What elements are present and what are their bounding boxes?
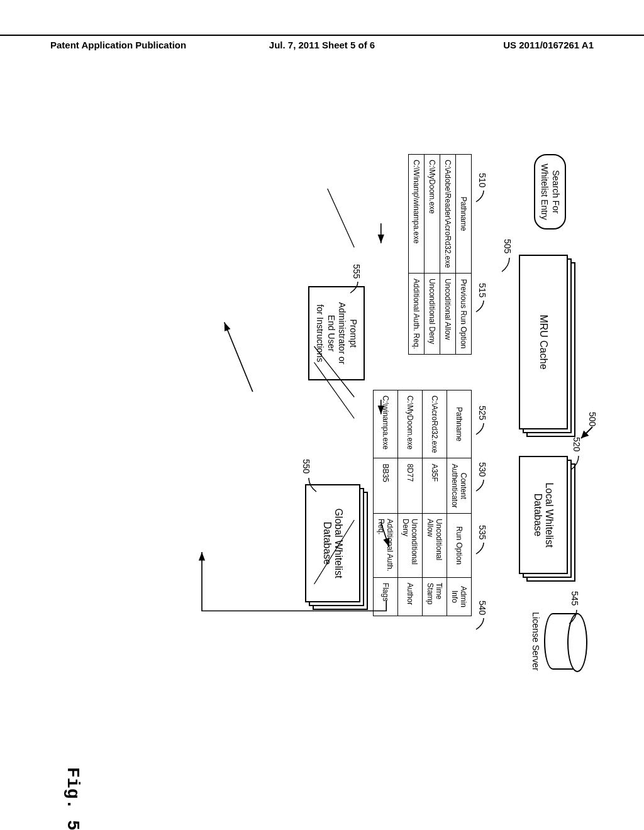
table-row: C:\AcroRd32.exe A35F Uncoditional Allow … — [423, 390, 447, 616]
svg-line-8 — [225, 323, 253, 392]
global-db-label: Global Whitelist Database — [321, 508, 344, 578]
license-server-label: License Server — [531, 600, 541, 682]
ref-515: 515 — [477, 283, 487, 297]
search-entry-label: Search For Whitelist Entry — [540, 163, 562, 219]
header-right: US 2011/0167261 A1 — [503, 40, 594, 50]
local-table: Pathname Content Authenticator Run Optio… — [373, 390, 472, 616]
ref-545: 545 — [570, 591, 580, 606]
figure-label: Fig. 5 — [63, 767, 82, 830]
table-row: C:\Adobe\Reader\AcroRd32.exe Uncoditiona… — [440, 155, 456, 355]
mru-col-prevrun: Previous Run Option — [456, 274, 472, 355]
diagram-500: Search For Whitelist Entry MRU Cache 500… — [0, 189, 585, 616]
mru-cache-stack: MRU Cache — [519, 255, 575, 437]
table-row: C:\MyDoom.exe Unconditional Deny — [425, 155, 440, 355]
svg-line-4 — [314, 189, 355, 248]
global-db-stack: Global Whitelist Database — [305, 484, 368, 610]
ref-555: 555 — [352, 264, 362, 279]
ref-540: 540 — [477, 600, 487, 615]
ref-525: 525 — [477, 406, 487, 420]
ref-550: 550 — [301, 459, 311, 473]
svg-line-0 — [581, 427, 592, 438]
local-db-stack: Local Whitelist Database — [519, 456, 575, 582]
local-db-label: Local Whitelist Database — [532, 482, 555, 547]
mru-table: Pathname Previous Run Option C:\Adobe\Re… — [408, 154, 472, 355]
ref-500: 500 — [587, 412, 597, 426]
table-row: C:\Winamp\winampa.exe Additional Auth. R… — [409, 155, 425, 355]
mru-cache-label: MRU Cache — [538, 314, 549, 369]
table-row: C:\winampa.exe BB35 Additional Auth. Req… — [374, 390, 398, 616]
ref-510: 510 — [477, 173, 487, 187]
prompt-box-label: Prompt Administrator or End User for Ins… — [316, 302, 359, 365]
local-col-admininfo: Admin Info — [447, 577, 472, 616]
ref-530: 530 — [477, 462, 487, 477]
page-header: Patent Application Publication Jul. 7, 2… — [0, 35, 644, 40]
ref-535: 535 — [477, 525, 487, 540]
local-col-runoption: Run Option — [447, 514, 472, 578]
ref-505: 505 — [502, 239, 513, 253]
table-row: C:\MyDoom.exe 8D77 Unconditional Deny Au… — [398, 390, 423, 616]
flow-arrows — [0, 189, 585, 616]
local-col-contentauth: Content Authenticator — [447, 458, 472, 514]
local-col-pathname: Pathname — [447, 390, 472, 458]
mru-col-pathname: Pathname — [456, 155, 472, 274]
prompt-box: Prompt Administrator or End User for Ins… — [308, 286, 365, 380]
ref-520: 520 — [572, 437, 582, 451]
header-left: Patent Application Publication — [50, 40, 186, 50]
header-center: Jul. 7, 2011 Sheet 5 of 6 — [269, 40, 375, 50]
search-entry-block: Search For Whitelist Entry — [534, 154, 566, 230]
